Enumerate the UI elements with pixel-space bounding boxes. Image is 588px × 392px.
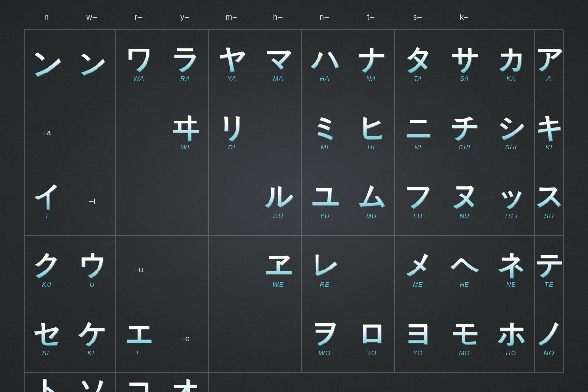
kana-cell-na: ナNA	[348, 30, 395, 98]
kana-char-to: ト	[33, 377, 61, 392]
kana-roman-chi: CHI	[458, 144, 470, 151]
kana-cell-ne: ネNE	[488, 236, 535, 304]
kana-char-o: オ	[172, 377, 199, 392]
kana-cell-a: アA	[535, 30, 564, 98]
kana-roman-no: NO	[544, 349, 555, 357]
kana-roman-ru: RU	[273, 212, 284, 220]
kana-char-sa: サ	[451, 46, 479, 73]
kana-char-fu: フ	[404, 183, 432, 210]
kana-roman-ho: HO	[506, 349, 516, 357]
kana-char-mo: モ	[451, 320, 479, 347]
kana-char-shi: シ	[497, 114, 525, 142]
col-header-0: w–	[69, 13, 115, 22]
kana-cell-ni: ニNI	[395, 98, 441, 167]
kana-cell-empty-o-n	[255, 304, 302, 373]
kana-char-ha: ハ	[311, 46, 339, 73]
kana-char-so: ソ	[78, 377, 106, 392]
kana-cell-ri: リRI	[209, 98, 255, 167]
kana-char-ru: ル	[265, 183, 293, 210]
kana-char-no: ノ	[535, 320, 563, 347]
kana-roman-wa: WA	[133, 75, 145, 82]
kana-char-we: ヱ	[265, 251, 293, 279]
kana-cell-mu: ムMU	[348, 167, 395, 236]
kana-char-yo: ヨ	[404, 320, 432, 347]
column-headers-row: nw–r–y–m–h–n–t–s–k–	[24, 5, 564, 29]
kana-cell-ke: ケKE	[69, 304, 116, 373]
empty-n-cell-row4	[209, 304, 255, 373]
kana-char-su: ス	[535, 183, 563, 210]
kana-roman-nu: NU	[460, 212, 470, 220]
kana-roman-wi: WI	[181, 144, 190, 151]
kana-cell-nu: ヌNU	[441, 167, 488, 236]
kana-cell-empty-wu	[209, 167, 255, 236]
kana-char-wa: ワ	[125, 46, 153, 73]
kana-char-ra: ラ	[172, 46, 199, 73]
kana-cell-ko: コKO	[116, 373, 162, 392]
kana-cell-o: オO	[162, 373, 209, 392]
kana-char-ni: ニ	[404, 114, 432, 142]
kana-char-ta: タ	[404, 46, 432, 73]
kana-char-ro: ロ	[358, 320, 386, 347]
kana-cell-su: スSU	[535, 167, 564, 236]
empty-n-cell-row3	[162, 236, 209, 304]
kana-char-ki: キ	[535, 114, 563, 142]
kana-roman-ne: NE	[506, 281, 516, 288]
kana-cell-ru: ルRU	[255, 167, 302, 236]
kana-cell-empty-e-n	[209, 236, 255, 304]
kana-char-i: イ	[33, 183, 61, 210]
kana-roman-e: E	[136, 349, 141, 357]
col-header-8: k–	[441, 13, 488, 22]
kana-roman-ki: KI	[545, 144, 552, 151]
kana-cell-ho: ホHO	[488, 304, 535, 373]
kana-char-e: エ	[125, 320, 153, 347]
kana-char-te: テ	[535, 251, 563, 279]
kana-cell-he: ヘHE	[441, 236, 488, 304]
kana-cell-chi: チCHI	[441, 98, 488, 167]
kana-roman-na: NA	[367, 75, 376, 82]
kana-roman-ha: HA	[320, 75, 330, 82]
kana-roman-wo: WO	[319, 349, 331, 357]
kana-char-ka: カ	[497, 46, 525, 73]
kana-cell-se: セSE	[25, 304, 69, 373]
kana-char-ke: ケ	[78, 320, 106, 347]
kana-roman-yo: YO	[413, 349, 423, 357]
kana-cell-ra: ラRA	[162, 30, 209, 98]
kana-cell-e: エE	[116, 304, 162, 373]
row-label-1: –i	[69, 167, 116, 236]
kana-char-ku: ク	[33, 251, 61, 279]
kana-cell-me: メME	[395, 236, 441, 304]
kana-cell-ta: タTA	[395, 30, 441, 98]
kana-roman-re: RE	[320, 281, 330, 288]
col-header-3: m–	[208, 13, 255, 22]
kana-char-ri: リ	[218, 114, 246, 142]
kana-char-chi: チ	[451, 114, 479, 142]
kana-cell-sa: サSA	[441, 30, 488, 98]
kana-cell-to: トTO	[25, 373, 69, 392]
kana-roman-su: SU	[544, 212, 554, 220]
kana-grid: ンンワWAラRAヤYAマMAハHAナNAタTAサSAカKAアA–aヰWIリRIミ…	[24, 29, 564, 392]
row-label-3: –e	[162, 304, 209, 373]
kana-cell-u: ウU	[69, 236, 116, 304]
kana-cell-hi: ヒHI	[348, 98, 395, 167]
kana-char-tsu: ッ	[497, 183, 525, 210]
kana-cell-fu: フFU	[395, 167, 441, 236]
kana-roman-te: TE	[544, 281, 554, 288]
kana-roman-se: SE	[42, 349, 51, 357]
kana-cell-ki: キKI	[535, 98, 564, 167]
kana-roman-ma: MA	[273, 75, 284, 82]
kana-char-mi: ミ	[311, 114, 339, 142]
col-header-2: y–	[162, 13, 208, 22]
col-header-6: t–	[348, 13, 394, 22]
kana-cell-no: ノNO	[535, 304, 564, 373]
kana-cell-empty-i-n	[116, 98, 162, 167]
kana-roman-ni: NI	[415, 144, 422, 151]
kana-cell-n-char: ン	[69, 30, 116, 98]
col-header-7: s–	[394, 13, 441, 22]
kana-char-wi: ヰ	[172, 114, 199, 142]
kana-cell-ha: ハHA	[302, 30, 348, 98]
kana-char-me: メ	[404, 251, 432, 279]
kana-char-ho: ホ	[497, 320, 525, 347]
col-header-5: n–	[301, 13, 348, 22]
kana-cell-te: テTE	[535, 236, 564, 304]
kana-roman-tsu: TSU	[504, 212, 518, 220]
